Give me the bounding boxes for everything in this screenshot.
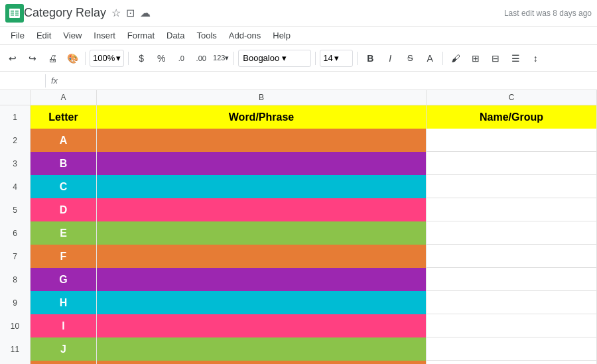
col-header-c[interactable]: C — [427, 90, 597, 105]
bold-button[interactable]: B — [362, 50, 379, 67]
cell-a1[interactable]: Letter — [31, 105, 97, 129]
cell-c7[interactable] — [427, 245, 597, 268]
table-row: 7 F — [0, 245, 597, 268]
cell-b12[interactable] — [97, 361, 427, 364]
menu-file[interactable]: File — [5, 29, 30, 42]
row-number: 8 — [0, 268, 31, 291]
percent-button[interactable]: % — [153, 50, 170, 67]
cell-a5[interactable]: D — [31, 198, 97, 221]
cell-a8[interactable]: G — [31, 268, 97, 291]
font-size-select[interactable]: 14 ▾ — [320, 50, 353, 67]
svg-rect-5 — [15, 13, 19, 14]
cell-a3[interactable]: B — [31, 152, 97, 175]
valign-button[interactable]: ↕ — [527, 50, 544, 67]
merge-button[interactable]: ⊟ — [487, 50, 504, 67]
cell-c4[interactable] — [427, 175, 597, 198]
menu-edit[interactable]: Edit — [31, 29, 56, 42]
print-button[interactable]: 🖨 — [44, 50, 61, 67]
cell-b4[interactable] — [97, 175, 427, 198]
cell-b8[interactable] — [97, 268, 427, 291]
table-row: 6 E — [0, 221, 597, 245]
table-row: 5 D — [0, 198, 597, 221]
cell-b10[interactable] — [97, 314, 427, 337]
font-select[interactable]: Boogaloo ▾ — [238, 50, 311, 67]
align-button[interactable]: ☰ — [507, 50, 524, 67]
cell-c12[interactable] — [427, 361, 597, 364]
menu-data[interactable]: Data — [161, 29, 190, 42]
col-header-a[interactable]: A — [31, 90, 97, 105]
menu-addons[interactable]: Add-ons — [224, 29, 266, 42]
svg-rect-4 — [11, 13, 14, 14]
menu-view[interactable]: View — [58, 29, 87, 42]
col-header-b[interactable]: B — [97, 90, 427, 105]
row-number: 2 — [0, 129, 31, 152]
cell-c8[interactable] — [427, 268, 597, 291]
title-bar: Category Relay ☆ ⊡ ☁ Last edit was 8 day… — [0, 0, 597, 27]
format-more-button[interactable]: 123▾ — [212, 50, 230, 67]
text-color-button[interactable]: A — [421, 50, 438, 67]
currency-button[interactable]: $ — [133, 50, 150, 67]
cell-b1[interactable]: Word/Phrase — [97, 105, 427, 129]
cell-a6[interactable]: E — [31, 221, 97, 245]
cell-b9[interactable] — [97, 291, 427, 314]
cell-c10[interactable] — [427, 314, 597, 337]
cell-reference-input[interactable] — [3, 74, 42, 88]
cell-c3[interactable] — [427, 152, 597, 175]
cell-c1[interactable]: Name/Group — [427, 105, 597, 129]
table-row: 2 A — [0, 129, 597, 152]
italic-button[interactable]: I — [381, 50, 399, 67]
cell-a2[interactable]: A — [31, 129, 97, 152]
strikethrough-button[interactable]: S — [401, 50, 419, 67]
cell-b5[interactable] — [97, 198, 427, 221]
column-headers: A B C — [0, 90, 597, 105]
cell-c11[interactable] — [427, 337, 597, 361]
menu-help[interactable]: Help — [267, 29, 296, 42]
table-row: 12 K — [0, 361, 597, 364]
font-arrow: ▾ — [282, 53, 287, 63]
cell-c2[interactable] — [427, 129, 597, 152]
redo-button[interactable]: ↪ — [24, 50, 41, 67]
table-row: 3 B — [0, 152, 597, 175]
cell-a10[interactable]: I — [31, 314, 97, 337]
cell-c9[interactable] — [427, 291, 597, 314]
cloud-icon[interactable]: ☁ — [140, 7, 151, 19]
table-row: 9 H — [0, 291, 597, 314]
decimal-less-button[interactable]: .0 — [172, 50, 190, 67]
row-number: 12 — [0, 361, 31, 364]
star-icon[interactable]: ☆ — [111, 7, 121, 19]
paint-format-button[interactable]: 🎨 — [64, 50, 81, 67]
cell-a9[interactable]: H — [31, 291, 97, 314]
grid-rows: 1 Letter Word/Phrase Name/Group 2 A 3 B … — [0, 105, 597, 364]
row-number: 6 — [0, 221, 31, 245]
cell-a7[interactable]: F — [31, 245, 97, 268]
formula-input[interactable] — [63, 76, 594, 86]
highlight-color-button[interactable]: 🖌 — [447, 50, 464, 67]
formula-bar: fx — [0, 72, 597, 90]
cell-a12[interactable]: K — [31, 361, 97, 364]
cell-b6[interactable] — [97, 221, 427, 245]
cell-b2[interactable] — [97, 129, 427, 152]
svg-rect-7 — [15, 15, 19, 16]
history-icon[interactable]: ⊡ — [126, 7, 135, 19]
menu-tools[interactable]: Tools — [191, 29, 222, 42]
cell-a4[interactable]: C — [31, 175, 97, 198]
cell-b11[interactable] — [97, 337, 427, 361]
row-number: 4 — [0, 175, 31, 198]
last-edit-label: Last edit was 8 days ago — [504, 9, 592, 18]
cell-c5[interactable] — [427, 198, 597, 221]
menu-format[interactable]: Format — [122, 29, 160, 42]
zoom-select[interactable]: 100% ▾ — [90, 50, 124, 67]
menu-insert[interactable]: Insert — [88, 29, 121, 42]
borders-button[interactable]: ⊞ — [467, 50, 484, 67]
cell-b3[interactable] — [97, 152, 427, 175]
cell-c6[interactable] — [427, 221, 597, 245]
table-row: 8 G — [0, 268, 597, 291]
decimal-more-button[interactable]: .00 — [192, 50, 210, 67]
menu-bar: File Edit View Insert Format Data Tools … — [0, 27, 597, 45]
cell-a11[interactable]: J — [31, 337, 97, 361]
title-action-icons: ☆ ⊡ ☁ — [111, 7, 151, 19]
cell-b7[interactable] — [97, 245, 427, 268]
row-number: 3 — [0, 152, 31, 175]
svg-rect-6 — [11, 15, 14, 16]
undo-button[interactable]: ↩ — [4, 50, 21, 67]
